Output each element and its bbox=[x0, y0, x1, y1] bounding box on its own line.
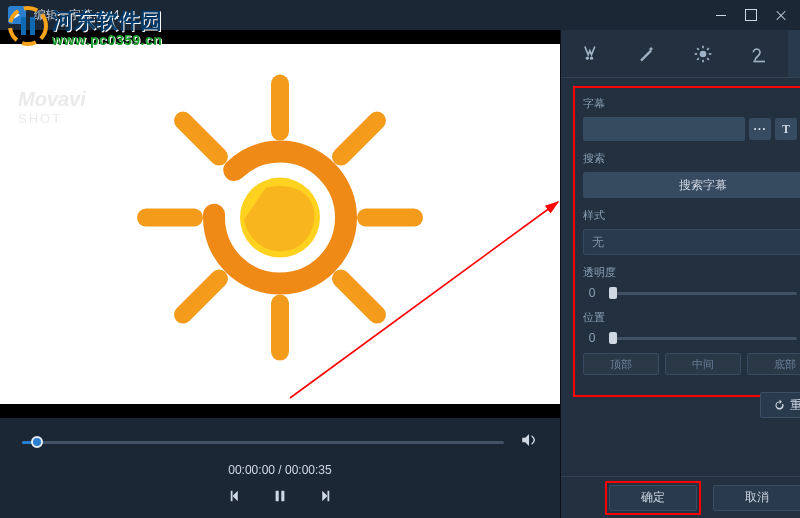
svg-rect-13 bbox=[231, 491, 233, 502]
tab-watermark[interactable] bbox=[731, 30, 788, 77]
tools-panel: 字幕 ··· T C 搜索 搜索字幕 样式 无 bbox=[560, 30, 800, 518]
position-slider[interactable] bbox=[609, 337, 797, 340]
subtitle-path-input[interactable] bbox=[583, 117, 745, 141]
svg-point-18 bbox=[590, 56, 593, 59]
label-search: 搜索 bbox=[583, 151, 800, 166]
svg-rect-14 bbox=[276, 491, 279, 502]
cancel-button[interactable]: 取消 bbox=[713, 485, 800, 511]
svg-line-8 bbox=[183, 279, 219, 315]
position-min: 0 bbox=[583, 331, 601, 345]
app-icon bbox=[8, 6, 26, 24]
video-preview[interactable]: Movavi SHOT bbox=[0, 30, 560, 418]
minimize-button[interactable] bbox=[706, 0, 736, 30]
titlebar: 编辑 - 字幕.mp4 bbox=[0, 0, 800, 30]
label-style: 样式 bbox=[583, 208, 800, 223]
volume-icon[interactable] bbox=[520, 431, 538, 453]
pause-button[interactable] bbox=[271, 487, 289, 505]
ok-button[interactable]: 确定 bbox=[609, 485, 697, 511]
seek-bar[interactable] bbox=[22, 441, 503, 444]
align-bottom-button[interactable]: 底部 bbox=[747, 353, 800, 375]
reset-button[interactable]: 重置 bbox=[760, 392, 800, 418]
tab-adjust[interactable] bbox=[675, 30, 732, 77]
svg-line-26 bbox=[707, 48, 709, 50]
preview-pane: Movavi SHOT 00:00:00 / 00:00:35 bbox=[0, 30, 560, 518]
svg-point-17 bbox=[586, 56, 589, 59]
window-title: 编辑 - 字幕.mp4 bbox=[34, 7, 119, 24]
style-select-value: 无 bbox=[592, 234, 604, 251]
svg-line-24 bbox=[697, 48, 699, 50]
opacity-slider[interactable] bbox=[609, 292, 797, 295]
svg-line-25 bbox=[707, 58, 709, 60]
reset-icon bbox=[773, 399, 786, 412]
label-opacity: 透明度 bbox=[583, 265, 800, 280]
sun-illustration bbox=[120, 58, 440, 378]
svg-rect-16 bbox=[328, 491, 330, 502]
svg-line-4 bbox=[341, 121, 377, 157]
svg-line-10 bbox=[183, 121, 219, 157]
playback-controls: 00:00:00 / 00:00:35 bbox=[0, 418, 560, 518]
svg-point-19 bbox=[700, 50, 707, 57]
tab-magic[interactable] bbox=[618, 30, 675, 77]
label-position: 位置 bbox=[583, 310, 800, 325]
maximize-button[interactable] bbox=[736, 0, 766, 30]
dialog-footer: 确定 取消 bbox=[561, 476, 800, 518]
step-forward-button[interactable] bbox=[315, 487, 333, 505]
subtitle-browse-button[interactable]: ··· bbox=[749, 118, 771, 140]
search-subtitle-button[interactable]: 搜索字幕 bbox=[583, 172, 800, 198]
svg-line-27 bbox=[697, 58, 699, 60]
step-back-button[interactable] bbox=[227, 487, 245, 505]
svg-line-6 bbox=[341, 279, 377, 315]
label-subtitle: 字幕 bbox=[583, 96, 800, 111]
close-button[interactable] bbox=[766, 0, 796, 30]
tool-tabs bbox=[561, 30, 800, 78]
opacity-min: 0 bbox=[583, 286, 601, 300]
svg-rect-15 bbox=[281, 491, 284, 502]
time-display: 00:00:00 / 00:00:35 bbox=[228, 463, 331, 477]
video-canvas bbox=[0, 44, 560, 404]
align-center-button[interactable]: 中间 bbox=[665, 353, 741, 375]
align-top-button[interactable]: 顶部 bbox=[583, 353, 659, 375]
highlight-ok-button: 确定 bbox=[605, 481, 701, 515]
tab-text[interactable] bbox=[788, 30, 800, 77]
svg-rect-28 bbox=[753, 60, 765, 62]
style-select[interactable]: 无 bbox=[583, 229, 800, 255]
tab-crop[interactable] bbox=[561, 30, 618, 77]
subtitle-style-T-button[interactable]: T bbox=[775, 118, 797, 140]
highlight-subtitle-panel: 字幕 ··· T C 搜索 搜索字幕 样式 无 bbox=[573, 86, 800, 397]
